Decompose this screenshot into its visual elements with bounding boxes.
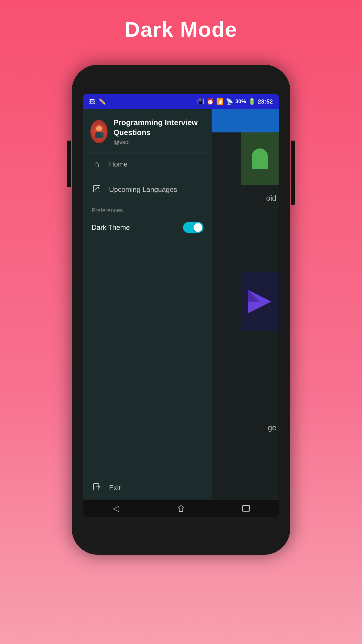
home-button[interactable]	[172, 503, 190, 514]
text-ge: ge	[268, 423, 276, 432]
phone-frame: 🖼 ✏️ 📳 ⏰ 📶 📡 30% 🔋 23:52	[72, 65, 290, 555]
avatar: { }	[90, 120, 108, 143]
content-card-2	[241, 272, 279, 331]
exit-label: Exit	[109, 484, 121, 492]
nav-item-upcoming[interactable]: Upcoming Languages	[83, 178, 212, 201]
svg-rect-4	[94, 186, 100, 192]
svg-text:}: }	[101, 132, 103, 136]
battery-icon: 🔋	[248, 98, 256, 105]
drawer-spacer	[83, 238, 212, 476]
status-left-icons: 🖼 ✏️	[89, 98, 106, 105]
vibrate-icon: 📳	[197, 98, 204, 105]
navigation-drawer: { } Programming Interview Questions @vsp…	[83, 109, 212, 499]
nav-label-upcoming: Upcoming Languages	[109, 186, 177, 194]
app-name: Programming Interview Questions	[113, 118, 205, 138]
wifi-icon: 📶	[216, 98, 224, 105]
status-time: 23:52	[258, 98, 273, 105]
app-bar-right	[212, 109, 279, 132]
home-icon: ⌂	[92, 159, 102, 169]
username: @vspl	[113, 139, 205, 146]
signal-icon: 📡	[226, 98, 233, 105]
back-button[interactable]: ◁	[107, 503, 125, 514]
drawer-header: { } Programming Interview Questions @vsp…	[83, 109, 212, 153]
status-right-icons: 📳 ⏰ 📶 📡 30% 🔋 23:52	[197, 98, 273, 105]
svg-text:{: {	[94, 132, 96, 136]
screen-content: { } Programming Interview Questions @vsp…	[83, 109, 279, 499]
toggle-knob	[194, 223, 202, 232]
drawer-header-text: Programming Interview Questions @vspl	[113, 118, 205, 146]
kotlin-icon	[248, 290, 271, 313]
recents-icon	[242, 505, 250, 512]
phone-screen: 🖼 ✏️ 📳 ⏰ 📶 📡 30% 🔋 23:52	[83, 94, 279, 517]
status-bar: 🖼 ✏️ 📳 ⏰ 📶 📡 30% 🔋 23:52	[83, 94, 279, 109]
dark-theme-preference: Dark Theme	[83, 217, 212, 238]
preferences-header: Preferences	[83, 201, 212, 217]
nav-label-home: Home	[109, 160, 128, 168]
android-icon	[252, 148, 268, 169]
battery-percent: 30%	[236, 99, 246, 105]
svg-point-0	[96, 125, 102, 131]
alarm-icon: ⏰	[207, 98, 214, 105]
edit-icon-status: ✏️	[99, 98, 106, 105]
main-content-panel: oid ge	[212, 109, 279, 499]
text-oid: oid	[266, 194, 276, 203]
page-title: Dark Mode	[125, 18, 237, 41]
photo-icon: 🖼	[89, 98, 95, 105]
nav-item-home[interactable]: ⌂ Home	[83, 153, 212, 176]
svg-rect-10	[242, 505, 249, 511]
content-card-android	[241, 132, 279, 185]
dark-theme-toggle[interactable]	[183, 222, 203, 233]
exit-icon	[92, 483, 102, 493]
home-nav-icon	[177, 504, 185, 513]
svg-rect-9	[179, 508, 183, 512]
upcoming-icon	[92, 185, 102, 195]
bottom-nav: ◁	[83, 499, 279, 517]
nav-divider-1	[83, 177, 212, 177]
dark-theme-label: Dark Theme	[92, 223, 130, 232]
recents-button[interactable]	[237, 503, 255, 514]
nav-item-exit[interactable]: Exit	[83, 476, 212, 499]
